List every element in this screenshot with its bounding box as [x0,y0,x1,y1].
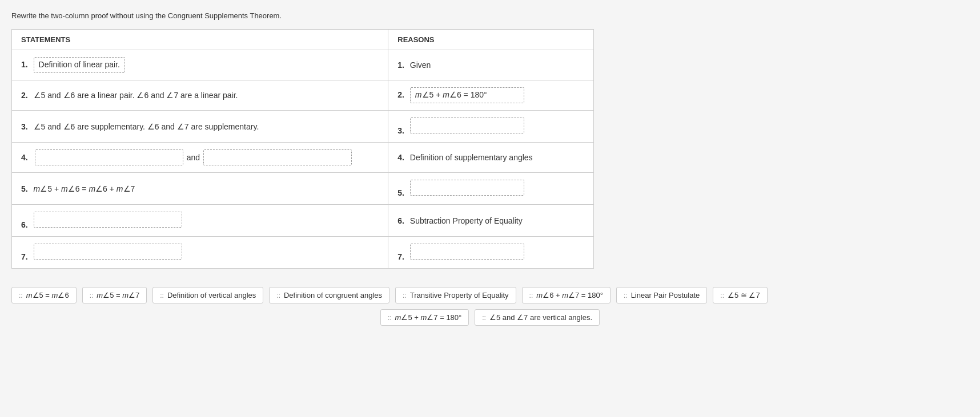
bank-item-4[interactable]: :: Definition of congruent angles [269,287,389,303]
instruction-text: Rewrite the two-column proof without usi… [11,11,969,20]
drag-handle-icon: :: [160,292,164,299]
bank-item-label-2: m∠5 = m∠7 [97,291,139,299]
bank-item-label-10: ∠5 and ∠7 are vertical angles. [489,313,592,322]
table-row: 4. and 4. Definition of supplementary an… [12,143,594,173]
stmt-cell-5: 5. m∠5 + m∠6 = m∠6 + m∠7 [12,173,388,205]
bank-item-2[interactable]: :: m∠5 = m∠7 [82,287,147,303]
bank-item-label-8: ∠5 ≅ ∠7 [728,291,760,299]
reason-cell-7: 7. [388,237,594,269]
reason-cell-3: 3. [388,111,594,143]
reason-cell-6: 6. Subtraction Property of Equality [388,205,594,237]
reason-cell-5: 5. [388,173,594,205]
row-num-7: 7. [21,252,28,261]
drag-handle-icon: :: [388,314,392,322]
drag-handle-icon: :: [720,292,724,299]
stmt-input-7[interactable] [34,244,182,260]
stmt-input-1[interactable]: Definition of linear pair. [34,57,125,73]
row-num-5: 5. [21,184,28,193]
stmt-cell-1: 1. Definition of linear pair. [12,50,388,80]
drag-handle-icon: :: [403,292,407,299]
table-row: 6. 6. Subtraction Property of Equality [12,205,594,237]
table-row: 7. 7. [12,237,594,269]
reason-num-3: 3. [397,126,404,135]
bank-item-3[interactable]: :: Definition of vertical angles [152,287,263,303]
reason-input-5[interactable] [410,180,524,196]
row-num-1: 1. [21,60,28,69]
drag-handle-icon: :: [276,292,280,299]
stmt-input-6[interactable] [34,212,182,228]
stmt-input-4b[interactable] [203,149,352,165]
bank-item-1[interactable]: :: m∠5 = m∠6 [11,287,77,303]
bank-item-label-3: Definition of vertical angles [167,291,256,299]
drag-handle-icon: :: [529,292,533,299]
reason-num-4: 4. [397,153,404,162]
drag-handle-icon: :: [90,292,94,299]
reason-cell-2: 2. m∠5 + m∠6 = 180° [388,80,594,111]
reason-cell-4: 4. Definition of supplementary angles [388,143,594,173]
row-num-6: 6. [21,220,28,229]
drag-handle-icon: :: [624,292,628,299]
stmt-text-3: ∠5 and ∠6 are supplementary. ∠6 and ∠7 a… [34,122,259,131]
reason-num-7: 7. [397,252,404,261]
reason-input-7[interactable] [410,244,524,260]
stmt-input-4a[interactable] [35,149,183,165]
bank-item-label-5: Transitive Property of Equality [410,291,509,299]
reason-input-3[interactable] [410,118,524,133]
bank-item-8[interactable]: :: ∠5 ≅ ∠7 [713,287,767,303]
bank-item-label-9: m∠5 + m∠7 = 180° [395,313,462,322]
bank-item-9[interactable]: :: m∠5 + m∠7 = 180° [380,309,469,326]
stmt-cell-4: 4. and [12,143,388,173]
proof-table: STATEMENTS REASONS 1. Definition of line… [11,29,594,269]
bank-item-5[interactable]: :: Transitive Property of Equality [395,287,516,303]
stmt-text-2: ∠5 and ∠6 are a linear pair. ∠6 and ∠7 a… [34,91,238,100]
bank-item-label-4: Definition of congruent angles [284,291,382,299]
reason-input-2[interactable]: m∠5 + m∠6 = 180° [410,87,524,103]
stmt-cell-7: 7. [12,237,388,269]
reason-text-6: Subtraction Property of Equality [410,216,523,225]
answer-bank: :: m∠5 = m∠6 :: m∠5 = m∠7 :: Definition … [11,287,969,303]
bank-item-7[interactable]: :: Linear Pair Postulate [616,287,707,303]
drag-handle-icon: :: [482,314,486,322]
reason-text-4: Definition of supplementary angles [410,153,533,162]
row-num-2: 2. [21,91,28,100]
drag-handle-icon: :: [19,292,23,299]
statements-header: STATEMENTS [12,30,388,50]
reasons-header: REASONS [388,30,594,50]
stmt-cell-6: 6. [12,205,388,237]
answer-bank-row2: :: m∠5 + m∠7 = 180° :: ∠5 and ∠7 are ver… [11,309,969,326]
row-num-3: 3. [21,122,28,131]
reason-cell-1: 1. Given [388,50,594,80]
reason-num-5: 5. [397,188,404,197]
row-num-4: 4. [21,153,28,162]
table-row: 2. ∠5 and ∠6 are a linear pair. ∠6 and ∠… [12,80,594,111]
table-row: 1. Definition of linear pair. 1. Given [12,50,594,80]
reason-num-2: 2. [397,90,404,99]
and-label-4: and [187,153,200,162]
bank-item-10[interactable]: :: ∠5 and ∠7 are vertical angles. [475,309,600,326]
bank-item-6[interactable]: :: m∠6 + m∠7 = 180° [522,287,611,303]
bank-item-label-7: Linear Pair Postulate [631,291,700,299]
reason-num-6: 6. [397,216,404,225]
table-row: 5. m∠5 + m∠6 = m∠6 + m∠7 5. [12,173,594,205]
bank-item-label-6: m∠6 + m∠7 = 180° [536,291,603,299]
reason-text-1: Given [410,60,431,70]
bank-item-label-1: m∠5 = m∠6 [26,291,69,299]
stmt-cell-2: 2. ∠5 and ∠6 are a linear pair. ∠6 and ∠… [12,80,388,111]
stmt-text-5: m∠5 + m∠6 = m∠6 + m∠7 [34,184,135,193]
stmt-cell-3: 3. ∠5 and ∠6 are supplementary. ∠6 and ∠… [12,111,388,143]
reason-num-1: 1. [397,60,404,70]
table-row: 3. ∠5 and ∠6 are supplementary. ∠6 and ∠… [12,111,594,143]
